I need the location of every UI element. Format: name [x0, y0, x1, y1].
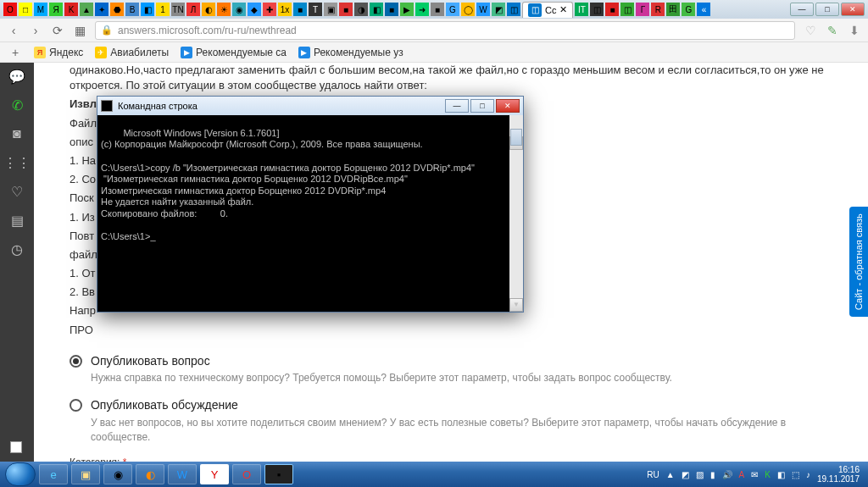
window-controls: — □ ✕ — [790, 3, 865, 16]
task-explorer[interactable]: ▣ — [71, 464, 100, 484]
tray-dev-icon[interactable]: ◧ — [777, 470, 785, 479]
cmd-window[interactable]: Командная строка — □ ✕ Microsoft Windows… — [97, 96, 524, 313]
tray-k-icon[interactable]: K — [765, 470, 771, 479]
tray-vol-icon[interactable]: ♪ — [806, 470, 810, 479]
radio-question[interactable] — [70, 355, 82, 368]
task-chrome[interactable]: ◉ — [103, 464, 132, 484]
bookmark-yandex[interactable]: ЯЯндекс — [34, 47, 83, 58]
task-cmd[interactable]: ▪ — [264, 464, 293, 484]
camera-icon[interactable]: ◙ — [8, 125, 25, 142]
lock-icon: 🔒 — [101, 25, 113, 36]
active-tab-label: Cc — [545, 5, 556, 15]
site-feedback-tab[interactable]: Сайт - обратная связь — [849, 207, 868, 317]
cmd-title-text: Командная строка — [118, 101, 198, 111]
bookmark-rec1[interactable]: ▶Рекомендуемые са — [181, 47, 287, 58]
tab-close-icon[interactable]: ✕ — [559, 4, 567, 15]
yandex-icon: Я — [34, 47, 46, 58]
tray-net-icon[interactable]: ▨ — [696, 470, 704, 479]
address-bar: ‹ › ⟳ ▦ 🔒 answers.microsoft.com/ru-ru/ne… — [0, 19, 868, 42]
start-button[interactable] — [5, 462, 36, 486]
bookmark-aviasales[interactable]: ✈Авиабилеты — [95, 47, 169, 58]
download-icon[interactable]: ⬇ — [848, 24, 861, 37]
browser-tabs-bar: O□MЯK ▲✦⬣B◧ 1TNЛ◐☀ ◉◆✚1x■ T▣■◑◧ ■▶➜■G ◯W… — [0, 0, 868, 19]
cmd-maximize-button[interactable]: □ — [470, 99, 494, 113]
task-yandex[interactable]: Y — [200, 464, 229, 484]
active-tab[interactable]: ◫ Cc ✕ — [522, 2, 573, 18]
url-text: answers.microsoft.com/ru-ru/newthread — [118, 25, 297, 36]
cmd-icon — [101, 100, 113, 112]
task-opera[interactable]: O — [232, 464, 261, 484]
tray-msg-icon[interactable]: ✉ — [751, 470, 758, 479]
microsoft-icon: ◫ — [528, 3, 542, 17]
window-maximize-button[interactable]: □ — [815, 3, 839, 16]
bookmarks-bar: + ЯЯндекс ✈Авиабилеты ▶Рекомендуемые са … — [0, 42, 868, 63]
tray-lang[interactable]: RU — [647, 470, 659, 479]
post-type-options: Опубликовать вопрос Нужна справка по тех… — [70, 353, 843, 462]
scroll-thumb[interactable] — [510, 129, 522, 146]
cmd-close-button[interactable]: ✕ — [496, 99, 520, 113]
scroll-down-button[interactable]: ▼ — [509, 298, 523, 312]
browser-tab-favicons: O□MЯK ▲✦⬣B◧ 1TNЛ◐☀ ◉◆✚1x■ T▣■◑◧ ■▶➜■G ◯W… — [3, 3, 520, 16]
windows-taskbar: e ▣ ◉ ◐ W Y O ▪ RU ▲ ◩ ▨ ▮ 🔊 A ✉ K ◧ ⬚ ♪… — [0, 462, 868, 487]
tray-net2-icon[interactable]: ⬚ — [792, 470, 799, 479]
nav-reload-button[interactable]: ⟳ — [51, 24, 64, 37]
browser-tab-favicons-right: IT◫■◫ ГR田G« — [575, 3, 710, 16]
evernote-icon[interactable]: ✎ — [826, 24, 839, 37]
option-post-question[interactable]: Опубликовать вопрос Нужна справка по тех… — [70, 353, 843, 385]
category-field: Категория: * - Выберите - ▾ — [70, 456, 843, 462]
window-close-button[interactable]: ✕ — [841, 3, 865, 16]
grid-icon[interactable]: ⋮⋮ — [8, 154, 25, 171]
heart-icon[interactable]: ♡ — [804, 24, 817, 37]
plane-icon: ✈ — [95, 47, 107, 58]
option-post-discussion[interactable]: Опубликовать обсуждение У вас нет вопрос… — [70, 397, 843, 444]
heart-sidebar-icon[interactable]: ♡ — [8, 183, 25, 200]
messenger-icon[interactable]: 💬 — [8, 68, 25, 85]
task-word[interactable]: W — [168, 464, 197, 484]
task-firefox[interactable]: ◐ — [136, 464, 164, 484]
new-tab-button[interactable]: + — [8, 46, 22, 59]
whatsapp-icon[interactable]: ✆ — [8, 97, 25, 113]
opera-sidebar: 💬 ✆ ◙ ⋮⋮ ♡ ▤ ◷ — [0, 63, 34, 462]
folder-icon: ▶ — [181, 47, 192, 58]
folder-icon: ▶ — [298, 47, 310, 58]
radio-discussion[interactable] — [70, 399, 82, 412]
address-input[interactable]: 🔒 answers.microsoft.com/ru-ru/newthread — [95, 21, 795, 40]
nav-forward-button[interactable]: › — [29, 24, 42, 37]
cmd-titlebar[interactable]: Командная строка — □ ✕ — [97, 97, 523, 115]
tray-flag-icon[interactable]: ▲ — [666, 470, 675, 479]
window-minimize-button[interactable]: — — [790, 3, 814, 16]
cmd-scrollbar[interactable]: ▲ ▼ — [509, 115, 523, 312]
cmd-minimize-button[interactable]: — — [445, 99, 469, 113]
cmd-output[interactable]: Microsoft Windows [Version 6.1.7601] (c)… — [97, 115, 523, 312]
tray-battery-icon[interactable]: ▮ — [710, 470, 715, 479]
tray-shield-icon[interactable]: ◩ — [682, 470, 689, 479]
nav-dial-button[interactable]: ▦ — [73, 24, 86, 37]
nav-back-button[interactable]: ‹ — [7, 24, 20, 37]
system-tray: RU ▲ ◩ ▨ ▮ 🔊 A ✉ K ◧ ⬚ ♪ 16:16 19.11.201… — [647, 465, 863, 484]
task-ie[interactable]: e — [39, 464, 68, 484]
tray-a-icon[interactable]: A — [739, 470, 745, 479]
tray-sound-icon[interactable]: 🔊 — [722, 470, 732, 479]
bookmark-rec2[interactable]: ▶Рекомендуемые уз — [298, 47, 403, 58]
tray-clock[interactable]: 16:16 19.11.2017 — [817, 465, 863, 484]
history-icon[interactable]: ◷ — [8, 241, 25, 257]
sidebar-collapse-toggle[interactable] — [10, 441, 22, 453]
note-icon[interactable]: ▤ — [8, 212, 25, 229]
